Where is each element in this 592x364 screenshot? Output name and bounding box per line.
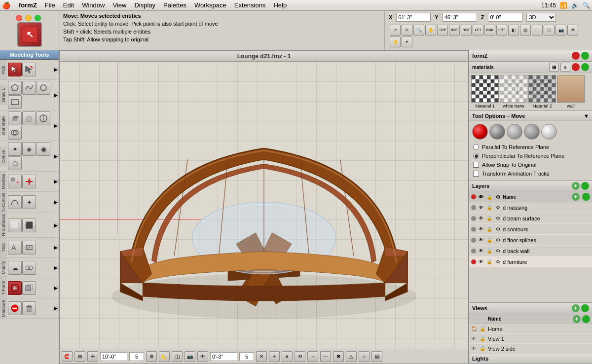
meshes-expand[interactable]: ▶	[53, 179, 59, 184]
settings-icon[interactable]: ⚙	[146, 351, 157, 362]
radio-perpendicular[interactable]	[473, 153, 479, 159]
tb-hand-btn[interactable]: 🤚	[390, 36, 401, 47]
layer-row-backwall[interactable]: 👁 🔒 ⚙ d back wall	[469, 246, 592, 256]
tb-magic-btn[interactable]: ✦	[402, 36, 412, 47]
tb-rot-btn[interactable]: ROT	[461, 25, 472, 36]
viewport-canvas[interactable]	[60, 62, 468, 349]
layer-header-confirm[interactable]	[582, 193, 590, 201]
tool-tform2[interactable]	[22, 281, 36, 295]
to-icon-gray2[interactable]	[524, 124, 540, 140]
win-max-btn[interactable]	[35, 15, 41, 21]
panel-expand-btn[interactable]	[581, 52, 589, 60]
check-animation[interactable]	[473, 171, 479, 177]
generate-expand[interactable]: ▶	[53, 123, 59, 128]
radio-parallel[interactable]	[473, 144, 479, 150]
tb-camera-btn[interactable]: 📷	[555, 25, 566, 36]
tb-bak-btn[interactable]: BAK	[484, 25, 495, 36]
arrow-icon[interactable]: →	[307, 351, 318, 362]
material-item-4[interactable]: wall	[557, 75, 585, 109]
derive-expand[interactable]: ▶	[53, 154, 59, 159]
view-row-view1[interactable]: 👁 🔒 View 1	[469, 334, 592, 344]
draw1-expand[interactable]: ▶	[53, 93, 59, 98]
layer-lock-furniture[interactable]: 🔒	[486, 258, 493, 265]
layer-eye-floor[interactable]: 👁	[478, 237, 484, 244]
layer-lock-massing[interactable]: 🔒	[486, 204, 493, 211]
mat-grid-view[interactable]: ⊞	[549, 63, 559, 72]
menu-formz[interactable]: formZ	[15, 0, 40, 10]
tool-circle[interactable]	[37, 81, 50, 95]
menu-help[interactable]: Help	[270, 0, 290, 10]
tool-text2[interactable]	[22, 241, 36, 255]
measure-icon[interactable]: 📐	[159, 351, 170, 362]
tb-shaded-btn[interactable]: ▧	[520, 25, 531, 36]
tb-pan-btn[interactable]: ✋	[425, 25, 436, 36]
tool-mesh1[interactable]: +	[8, 175, 22, 188]
layer-eye-backwall[interactable]: 👁	[478, 248, 484, 255]
tb-lft-btn[interactable]: LFT	[473, 25, 483, 36]
loop-icon[interactable]: ⟲	[295, 351, 305, 362]
tool-tform1[interactable]	[8, 281, 22, 295]
tool-polygon[interactable]	[8, 81, 22, 95]
tool-ncurve2[interactable]: ✦	[22, 195, 36, 209]
tool-trash[interactable]	[22, 301, 36, 315]
snap-num-input[interactable]	[129, 352, 144, 361]
tb-orbit-btn[interactable]: ⟳	[402, 25, 412, 36]
pick-expand[interactable]: ▶	[53, 67, 59, 72]
view-confirm-btn[interactable]	[581, 304, 589, 312]
tool-rect[interactable]	[8, 95, 22, 109]
tool-curve[interactable]	[22, 81, 36, 95]
view-mode-select[interactable]: 3D 2D	[526, 13, 556, 22]
y-input[interactable]	[443, 13, 477, 22]
tform-expand[interactable]: ▶	[53, 286, 59, 291]
to-icon-dark[interactable]	[489, 124, 505, 140]
layer-lock-floor[interactable]: 🔒	[486, 237, 493, 244]
tool-ncurve1[interactable]	[8, 195, 22, 209]
tb-bot-btn[interactable]: BOT	[449, 25, 460, 36]
menu-view[interactable]: View	[109, 0, 130, 10]
to-icon-white[interactable]	[541, 124, 557, 140]
tb-iso-btn[interactable]: ⬡	[544, 25, 555, 36]
modify-expand[interactable]: ▶	[53, 265, 59, 270]
menu-palettes[interactable]: Palettes	[160, 0, 190, 10]
grid-icon[interactable]: ⊞	[74, 351, 85, 362]
tb-wire-btn[interactable]: ⬚	[532, 25, 543, 36]
layer-icon[interactable]: ◫	[172, 351, 183, 362]
menu-edit[interactable]: Edit	[60, 0, 77, 10]
tb-pick-btn[interactable]: ↗	[390, 25, 401, 36]
win-close-btn[interactable]	[16, 15, 22, 21]
tb-render-btn[interactable]: ◧	[508, 25, 519, 36]
panel-close-btn[interactable]	[572, 52, 580, 60]
material-item-1[interactable]: Material 1	[471, 75, 499, 109]
tool-derive3[interactable]: ◉	[37, 142, 50, 156]
layer-row-floor[interactable]: 👁 🔒 ⚙ d floor splines	[469, 235, 592, 246]
menu-workspace[interactable]: Workspace	[191, 0, 230, 10]
to-icon-silver[interactable]	[507, 124, 522, 140]
tool-options-collapse[interactable]: ▼	[584, 113, 589, 119]
layer-row-contours[interactable]: 👁 🔒 ⚙ d contours	[469, 224, 592, 235]
text-expand[interactable]: ▶	[53, 245, 59, 250]
layer-lock-contours[interactable]: 🔒	[486, 226, 493, 233]
tool-arrow-2[interactable]	[22, 63, 36, 76]
cross-icon[interactable]: ✕	[256, 351, 267, 362]
tool-revolve[interactable]	[37, 111, 50, 125]
tool-mesh2[interactable]	[22, 175, 36, 188]
win-min-btn[interactable]	[25, 15, 32, 21]
layer-gear-beam[interactable]: ⚙	[494, 215, 501, 222]
layer-gear-contours[interactable]: ⚙	[494, 226, 501, 233]
layer-gear-floor[interactable]: ⚙	[494, 237, 501, 244]
filter-icon[interactable]: ≡	[282, 351, 293, 362]
tool-boolean[interactable]	[8, 126, 22, 140]
layer-add-btn[interactable]: +	[572, 182, 580, 190]
check-snap[interactable]	[473, 162, 479, 168]
tool-nsurf1[interactable]: ⬜	[8, 218, 22, 232]
layer-eye-beam[interactable]: 👁	[478, 215, 484, 222]
layer-gear-furniture[interactable]: ⚙	[494, 258, 501, 265]
menu-file[interactable]: File	[41, 0, 59, 10]
tb-top-btn[interactable]: TOP	[437, 25, 448, 36]
layer-eye-massing[interactable]: 👁	[478, 204, 484, 211]
mat-add-btn[interactable]	[581, 63, 589, 71]
tool-modify2[interactable]	[22, 261, 36, 275]
offset-value-input[interactable]	[210, 352, 237, 361]
tool-sweep[interactable]	[22, 111, 36, 125]
layer-eye-furniture[interactable]: 👁	[478, 258, 484, 265]
